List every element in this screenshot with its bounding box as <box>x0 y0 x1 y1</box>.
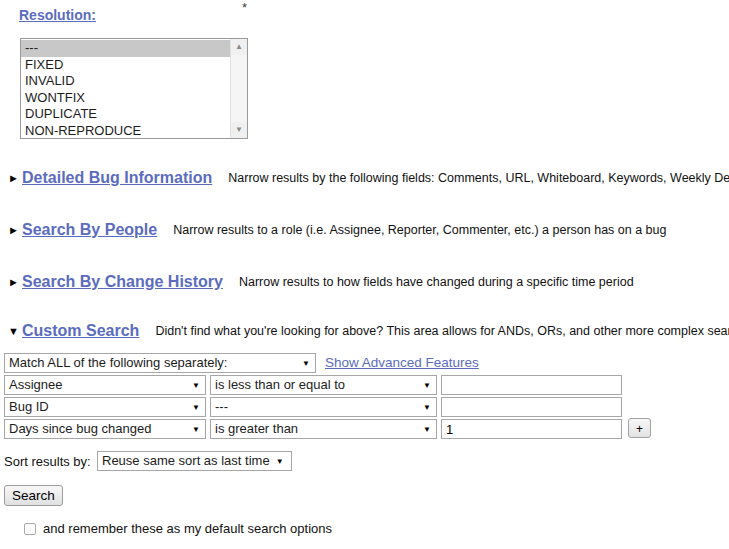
search-button[interactable]: Search <box>4 485 63 506</box>
field-select-value: Days since bug changed <box>9 421 151 436</box>
scroll-down-icon[interactable]: ▼ <box>231 122 247 138</box>
resolution-listbox[interactable]: --- FIXED INVALID WONTFIX DUPLICATE NON-… <box>20 38 248 139</box>
section-description: Narrow results by the following fields: … <box>228 171 729 185</box>
section-title-detailed-bug-information[interactable]: Detailed Bug Information <box>22 169 218 187</box>
field-select-row-0[interactable]: Assignee ▼ <box>4 375 206 395</box>
listbox-scrollbar[interactable]: ▲ ▼ <box>230 39 247 138</box>
value-input-row-2[interactable] <box>441 419 622 439</box>
required-asterisk: * <box>242 0 247 15</box>
operator-select-value: is greater than <box>215 421 298 436</box>
remember-checkbox[interactable] <box>24 523 36 535</box>
section-search-by-change-history: ► Search By Change History Narrow result… <box>8 270 729 294</box>
show-advanced-features-link[interactable]: Show Advanced Features <box>325 353 479 373</box>
chevron-down-icon: ▼ <box>192 381 200 390</box>
field-select-row-2[interactable]: Days since bug changed ▼ <box>4 419 206 439</box>
section-title-custom-search[interactable]: Custom Search <box>22 322 145 340</box>
operator-select-row-0[interactable]: is less than or equal to ▼ <box>210 375 437 395</box>
field-select-value: Assignee <box>9 377 62 392</box>
chevron-down-icon: ▼ <box>192 403 200 412</box>
sort-select-value: Reuse same sort as last time <box>102 453 270 468</box>
remember-label: and remember these as my default search … <box>43 521 332 537</box>
resolution-option[interactable]: DUPLICATE <box>21 106 230 123</box>
chevron-down-icon: ▼ <box>276 457 284 466</box>
match-mode-value: Match ALL of the following separately: <box>9 355 227 370</box>
section-custom-search: ▼ Custom Search Didn't find what you're … <box>8 319 729 343</box>
chevron-down-icon: ▼ <box>192 425 200 434</box>
section-description: Narrow results to how fields have change… <box>239 275 634 289</box>
sort-results-label: Sort results by: <box>4 452 91 472</box>
value-input-row-0[interactable] <box>441 375 622 395</box>
chevron-down-icon: ▼ <box>423 403 431 412</box>
section-title-search-by-change-history[interactable]: Search By Change History <box>22 273 229 291</box>
expanded-arrow-icon[interactable]: ▼ <box>8 325 22 337</box>
section-description: Narrow results to a role (i.e. Assignee,… <box>173 223 666 237</box>
collapsed-arrow-icon[interactable]: ► <box>8 276 22 288</box>
operator-select-row-2[interactable]: is greater than ▼ <box>210 419 437 439</box>
chevron-down-icon: ▼ <box>423 381 431 390</box>
chevron-down-icon: ▼ <box>302 359 310 368</box>
resolution-label-link[interactable]: Resolution: <box>19 7 96 23</box>
add-row-button[interactable]: + <box>628 418 651 438</box>
operator-select-row-1[interactable]: --- ▼ <box>210 397 437 417</box>
resolution-option[interactable]: --- <box>21 40 230 57</box>
operator-select-value: is less than or equal to <box>215 377 345 392</box>
match-mode-select[interactable]: Match ALL of the following separately: ▼ <box>4 353 316 373</box>
collapsed-arrow-icon[interactable]: ► <box>8 172 22 184</box>
resolution-option[interactable]: INVALID <box>21 73 230 90</box>
field-select-value: Bug ID <box>9 399 49 414</box>
section-description: Didn't find what you're looking for abov… <box>155 324 729 338</box>
scroll-up-icon[interactable]: ▲ <box>231 39 247 55</box>
section-detailed-bug-information: ► Detailed Bug Information Narrow result… <box>8 166 729 190</box>
section-search-by-people: ► Search By People Narrow results to a r… <box>8 218 729 242</box>
field-select-row-1[interactable]: Bug ID ▼ <box>4 397 206 417</box>
chevron-down-icon: ▼ <box>423 425 431 434</box>
resolution-options: --- FIXED INVALID WONTFIX DUPLICATE NON-… <box>21 39 230 138</box>
resolution-option[interactable]: WONTFIX <box>21 90 230 107</box>
collapsed-arrow-icon[interactable]: ► <box>8 224 22 236</box>
sort-select[interactable]: Reuse same sort as last time▼ <box>97 451 292 471</box>
section-title-search-by-people[interactable]: Search By People <box>22 221 163 239</box>
advanced-search-page: * Resolution: --- FIXED INVALID WONTFIX … <box>0 0 729 549</box>
resolution-option[interactable]: FIXED <box>21 57 230 74</box>
resolution-option[interactable]: NON-REPRODUCE <box>21 123 230 139</box>
operator-select-value: --- <box>215 399 228 414</box>
value-input-row-1[interactable] <box>441 397 622 417</box>
